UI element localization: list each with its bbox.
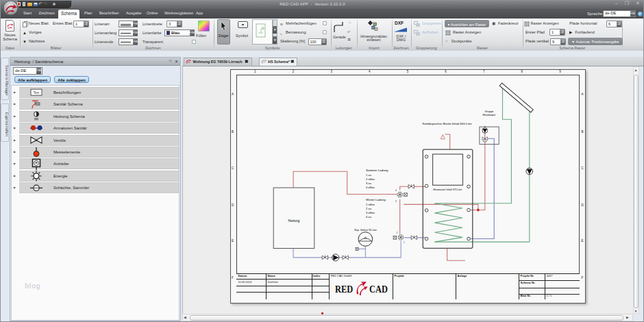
svg-text:4: 4 — [395, 189, 396, 192]
svg-text:Heizwasser Inhalt 375 Liter: Heizwasser Inhalt 375 Liter — [433, 188, 462, 191]
svg-text:1 offen: 1 offen — [366, 203, 375, 206]
svg-text:Kombispeicher Brutto Inhalt 60: Kombispeicher Brutto Inhalt 600 Liter — [422, 122, 472, 125]
svg-text:Winter Ladung: Winter Ladung — [366, 198, 386, 201]
svg-text:Heizkörper: Heizkörper — [482, 113, 496, 116]
svg-text:2 offen: 2 offen — [366, 177, 375, 181]
svg-text:Exp. Gefäss 35 Liter: Exp. Gefäss 35 Liter — [354, 229, 377, 232]
svg-text:2 zu: 2 zu — [366, 207, 372, 210]
svg-text:3: 3 — [395, 200, 396, 203]
svg-text:2: 2 — [396, 232, 397, 234]
svg-text:4 offen: 4 offen — [366, 186, 375, 189]
svg-text:Sommer Ladung: Sommer Ladung — [366, 169, 388, 172]
svg-text:1: 1 — [403, 241, 404, 244]
svg-text:3 offen: 3 offen — [366, 211, 375, 214]
svg-text:4 zu: 4 zu — [366, 215, 372, 219]
svg-text:WM: WM — [36, 103, 40, 106]
svg-text:1 zu: 1 zu — [366, 173, 372, 177]
svg-text:Heizung: Heizung — [288, 219, 299, 223]
svg-text:Gruppe: Gruppe — [484, 110, 493, 113]
svg-text:3 zu: 3 zu — [366, 182, 372, 185]
svg-text:Text: Text — [34, 91, 40, 95]
